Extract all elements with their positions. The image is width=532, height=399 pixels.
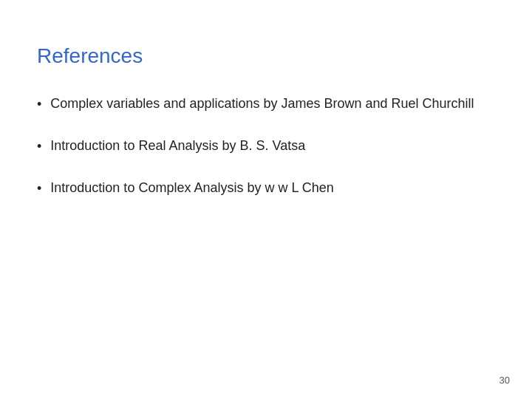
slide-container: References • Complex variables and appli… <box>0 0 532 399</box>
list-item: • Complex variables and applications by … <box>37 94 495 114</box>
bullet-icon: • <box>37 95 41 114</box>
list-item: • Introduction to Complex Analysis by w … <box>37 178 495 198</box>
references-list: • Complex variables and applications by … <box>37 94 495 198</box>
bullet-icon: • <box>37 179 41 198</box>
reference-text-2: Introduction to Real Analysis by B. S. V… <box>50 136 305 155</box>
bullet-icon: • <box>37 137 41 156</box>
slide-title: References <box>37 44 495 68</box>
list-item: • Introduction to Real Analysis by B. S.… <box>37 136 495 156</box>
reference-text-3: Introduction to Complex Analysis by w w … <box>50 178 334 197</box>
page-number: 30 <box>499 375 510 386</box>
reference-text-1: Complex variables and applications by Ja… <box>50 94 474 113</box>
